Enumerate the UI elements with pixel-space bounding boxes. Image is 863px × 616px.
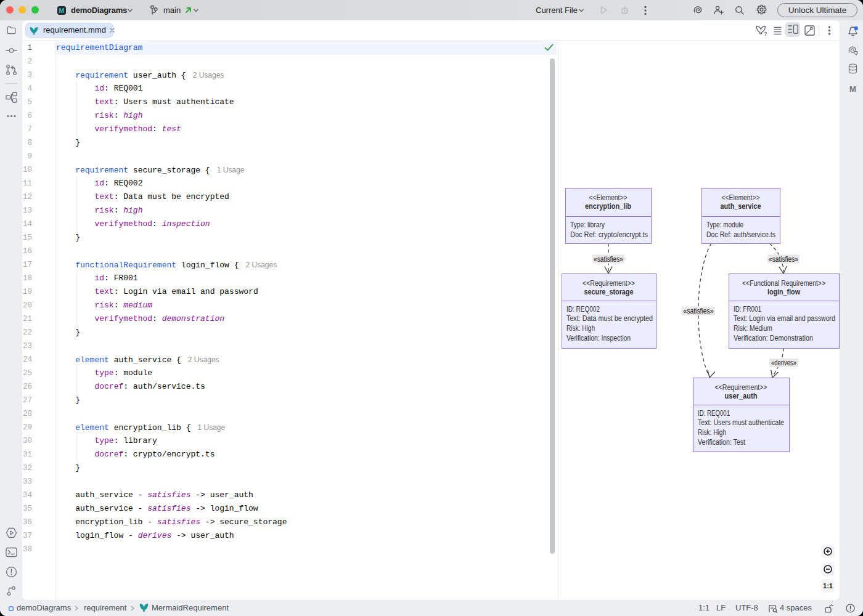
svg-text:Text: Login via email and pass: Text: Login via email and password bbox=[734, 314, 835, 323]
svg-text:<<Element>>: <<Element>> bbox=[722, 193, 760, 202]
svg-text:<<Functional Requirement>>: <<Functional Requirement>> bbox=[742, 278, 825, 288]
svg-text:Risk: High: Risk: High bbox=[566, 323, 595, 333]
svg-text:Type: library: Type: library bbox=[570, 220, 605, 229]
svg-text:Doc Ref: crypto/encrypt.ts: Doc Ref: crypto/encrypt.ts bbox=[570, 230, 648, 239]
svg-text:login_flow: login_flow bbox=[767, 287, 801, 296]
svg-text:«satisfies»: «satisfies» bbox=[594, 254, 623, 264]
svg-text:Doc Ref: auth/service.ts: Doc Ref: auth/service.ts bbox=[706, 230, 775, 239]
svg-text:auth_service: auth_service bbox=[721, 201, 761, 211]
svg-text:ID: FR001: ID: FR001 bbox=[734, 304, 761, 314]
svg-text:secure_storage: secure_storage bbox=[584, 287, 634, 296]
svg-text:ID: REQ002: ID: REQ002 bbox=[566, 304, 600, 314]
svg-text:Type: module: Type: module bbox=[706, 220, 743, 229]
svg-text:<<Requirement>>: <<Requirement>> bbox=[583, 278, 635, 288]
svg-text:Verification: Demonstration: Verification: Demonstration bbox=[734, 333, 813, 342]
svg-text:Text: Users must authenticate: Text: Users must authenticate bbox=[698, 418, 784, 427]
svg-text:«derives»: «derives» bbox=[771, 358, 796, 367]
svg-text:«satisfies»: «satisfies» bbox=[769, 254, 798, 264]
svg-text:ID: REQ001: ID: REQ001 bbox=[698, 408, 730, 418]
svg-text:«satisfies»: «satisfies» bbox=[684, 306, 714, 315]
svg-text:Text: Data must be encrypted: Text: Data must be encrypted bbox=[566, 314, 653, 323]
svg-text:<<Requirement>>: <<Requirement>> bbox=[715, 383, 767, 392]
svg-text:Verification: Inspection: Verification: Inspection bbox=[566, 333, 631, 342]
svg-text:encryption_lib: encryption_lib bbox=[585, 201, 631, 211]
svg-text:<<Element>>: <<Element>> bbox=[589, 193, 628, 202]
svg-text:Verification: Test: Verification: Test bbox=[698, 437, 745, 447]
svg-text:Risk: Medium: Risk: Medium bbox=[734, 323, 772, 333]
svg-text:user_auth: user_auth bbox=[725, 391, 758, 400]
svg-text:Risk: High: Risk: High bbox=[698, 428, 726, 437]
svg-text:?: ? bbox=[764, 31, 767, 36]
